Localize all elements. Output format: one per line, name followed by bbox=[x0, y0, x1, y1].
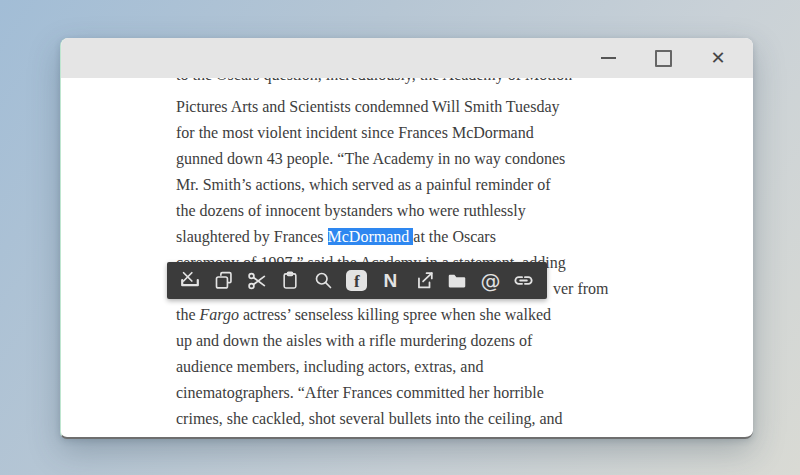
facebook-icon: f bbox=[346, 270, 367, 291]
italic-text: Fargo bbox=[200, 306, 239, 323]
cut-icon bbox=[246, 270, 268, 292]
article-line: gunned down 43 people. “The Academy in n… bbox=[176, 146, 656, 172]
article-line: Mr. Smith’s actions, which served as a p… bbox=[176, 172, 656, 198]
app-window: to the Oscars question, incredulously, t… bbox=[60, 38, 753, 439]
article-line: audience members, including actors, extr… bbox=[176, 354, 656, 380]
text-segment: Pictures Arts and Scientists condemned W… bbox=[176, 98, 560, 115]
folder-icon bbox=[446, 270, 468, 292]
minimize-button[interactable] bbox=[597, 47, 619, 69]
paste-button[interactable] bbox=[278, 268, 302, 294]
search-button[interactable] bbox=[312, 268, 336, 294]
article-line: up and down the aisles with a rifle murd… bbox=[176, 328, 656, 354]
maximize-icon bbox=[655, 50, 672, 67]
onenote-button[interactable]: N bbox=[378, 268, 402, 294]
link-button[interactable] bbox=[512, 268, 536, 294]
maximize-button[interactable] bbox=[652, 47, 674, 69]
folder-button[interactable] bbox=[445, 268, 469, 294]
onenote-icon: N bbox=[383, 271, 397, 290]
search-icon bbox=[313, 270, 334, 291]
paste-icon bbox=[280, 270, 300, 291]
text-segment: gunned down 43 people. “The Academy in n… bbox=[176, 150, 565, 167]
text-segment: the bbox=[176, 306, 200, 323]
text-segment: the dozens of innocent bystanders who we… bbox=[176, 202, 526, 219]
copy-icon bbox=[213, 270, 234, 291]
cut-button[interactable] bbox=[245, 268, 269, 294]
text-segment: for the most violent incident since Fran… bbox=[176, 124, 534, 141]
article-line: cinematographers. “After Frances committ… bbox=[176, 380, 656, 406]
text-selection-toolbar: f N @ bbox=[167, 262, 547, 299]
window-titlebar[interactable]: ✕ bbox=[61, 38, 753, 78]
text-segment: cinematographers. “After Frances committ… bbox=[176, 384, 544, 401]
share-button[interactable] bbox=[412, 268, 436, 294]
article-line: the Fargo actress’ senseless killing spr… bbox=[176, 302, 656, 328]
close-icon: ✕ bbox=[710, 49, 725, 67]
link-icon bbox=[512, 269, 535, 292]
copy-button[interactable] bbox=[211, 268, 235, 294]
article-line: for the most violent incident since Fran… bbox=[176, 120, 656, 146]
email-at-icon: @ bbox=[481, 271, 501, 291]
text-segment: ver from bbox=[553, 280, 609, 297]
text-segment: audience members, including actors, extr… bbox=[176, 358, 483, 375]
minimize-icon bbox=[601, 57, 616, 59]
text-segment: at the Oscars bbox=[413, 228, 496, 245]
article-line: the dozens of innocent bystanders who we… bbox=[176, 198, 656, 224]
text-segment: actress’ senseless killing spree when sh… bbox=[239, 306, 551, 323]
article-line: slaughtered by Frances McDormand at the … bbox=[176, 224, 656, 250]
article-line: Pictures Arts and Scientists condemned W… bbox=[176, 94, 656, 120]
text-segment: Mr. Smith’s actions, which served as a p… bbox=[176, 176, 551, 193]
snip-extract-button[interactable] bbox=[178, 268, 202, 294]
snip-extract-icon bbox=[179, 270, 201, 292]
close-button[interactable]: ✕ bbox=[707, 47, 729, 69]
share-icon bbox=[413, 270, 435, 292]
selected-text-highlight: McDormand bbox=[328, 228, 414, 245]
text-segment: up and down the aisles with a rifle murd… bbox=[176, 332, 532, 349]
text-segment: crimes, she cackled, shot several bullet… bbox=[176, 410, 563, 427]
desktop-background: { "window": { "titlebar": { "controls": … bbox=[0, 0, 800, 475]
facebook-button[interactable]: f bbox=[345, 268, 369, 294]
email-at-button[interactable]: @ bbox=[479, 268, 503, 294]
article-line: crimes, she cackled, shot several bullet… bbox=[176, 406, 656, 432]
text-segment: slaughtered by Frances bbox=[176, 228, 328, 245]
